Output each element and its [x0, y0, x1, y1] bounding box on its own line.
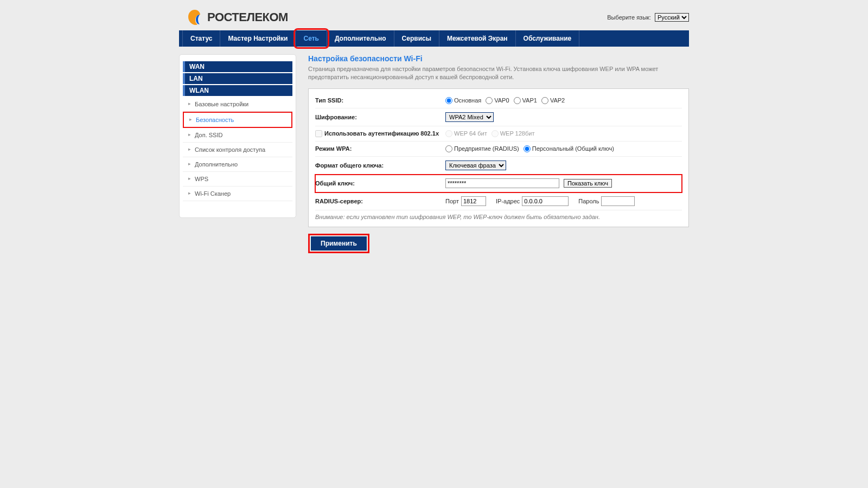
- row-ssid-type: Тип SSID: Основная VAP0 VAP1 VAP2: [315, 93, 682, 108]
- ssid-vap0-radio[interactable]: [486, 97, 493, 104]
- settings-panel: Тип SSID: Основная VAP0 VAP1 VAP2 Шифров…: [308, 88, 689, 227]
- psk-label: Общий ключ:: [315, 180, 445, 187]
- sidebar-acl[interactable]: Список контроля доступа: [183, 143, 292, 157]
- wpa-enterprise-radio[interactable]: [445, 145, 452, 152]
- page-description: Страница предназначена для настройки пар…: [308, 65, 689, 82]
- row-psk-format: Формат общего ключа: Ключевая фраза: [315, 157, 682, 175]
- brand-logo: РОСТЕЛЕКОМ: [186, 8, 288, 27]
- nav-network[interactable]: Сеть: [296, 30, 327, 47]
- ssid-vap1-radio[interactable]: [514, 97, 521, 104]
- wep128-radio: [492, 130, 499, 137]
- nav-advanced[interactable]: Дополнительно: [327, 30, 394, 47]
- ssid-main-radio[interactable]: [445, 97, 452, 104]
- wep64-radio: [445, 130, 452, 137]
- nav-status[interactable]: Статус: [182, 30, 220, 47]
- radius-ip-input[interactable]: [522, 196, 569, 206]
- ssid-main-option[interactable]: Основная: [445, 97, 481, 104]
- radius-port-label: Порт: [445, 198, 459, 204]
- radius-label: RADIUS-сервер:: [315, 198, 445, 204]
- highlight-apply: Применить: [308, 234, 369, 253]
- sidebar-wlan[interactable]: WLAN: [183, 85, 292, 96]
- ssid-type-label: Тип SSID:: [315, 97, 445, 104]
- psk-input[interactable]: [445, 178, 559, 188]
- use-8021x-label: Использовать аутентификацию 802.1x: [324, 130, 439, 137]
- psk-format-select[interactable]: Ключевая фраза: [445, 160, 506, 170]
- radius-ip-label: IP-адрес: [496, 198, 520, 204]
- language-selector: Выберите язык: Русский: [607, 13, 689, 22]
- sidebar-wan[interactable]: WAN: [183, 61, 292, 72]
- sidebar-wps[interactable]: WPS: [183, 172, 292, 187]
- psk-format-label: Формат общего ключа:: [315, 162, 445, 169]
- radius-pass-label: Пароль: [578, 198, 599, 204]
- row-wpa-mode: Режим WPA: Предприятие (RADIUS) Персонал…: [315, 142, 682, 157]
- wpa-personal-radio[interactable]: [524, 145, 531, 152]
- use-8021x-checkbox: [315, 130, 322, 137]
- row-8021x: Использовать аутентификацию 802.1x WEP 6…: [315, 126, 682, 142]
- language-label: Выберите язык:: [607, 14, 651, 21]
- nav-firewall[interactable]: Межсетевой Экран: [439, 30, 516, 47]
- radius-pass-input[interactable]: [601, 196, 635, 206]
- row-encryption: Шифрование: WPA2 Mixed: [315, 108, 682, 126]
- row-psk-key: Общий ключ: Показать ключ: [315, 175, 682, 192]
- main-nav: Статус Мастер Настройки Сеть Дополнитель…: [179, 30, 689, 47]
- apply-button[interactable]: Применить: [311, 236, 367, 251]
- nav-maintenance[interactable]: Обслуживание: [516, 30, 580, 47]
- radius-port-input[interactable]: [461, 196, 486, 206]
- brand-text: РОСТЕЛЕКОМ: [207, 10, 288, 24]
- nav-services[interactable]: Сервисы: [394, 30, 439, 47]
- sidebar-scanner[interactable]: Wi-Fi Сканер: [183, 187, 292, 201]
- row-radius: RADIUS-сервер: Порт IP-адрес Пароль: [315, 192, 682, 210]
- ssid-vap2-radio[interactable]: [541, 97, 548, 104]
- ssid-vap2-option[interactable]: VAP2: [541, 97, 565, 104]
- wep64-option: WEP 64 бит: [445, 130, 487, 137]
- wep-note: Внимание: если установлен тип шифрования…: [315, 210, 682, 221]
- wpa-mode-label: Режим WPA:: [315, 145, 445, 152]
- language-select[interactable]: Русский: [655, 13, 689, 22]
- ssid-vap1-option[interactable]: VAP1: [514, 97, 537, 104]
- ssid-vap0-option[interactable]: VAP0: [486, 97, 509, 104]
- sidebar-lan[interactable]: LAN: [183, 73, 292, 84]
- sidebar-advanced[interactable]: Дополнительно: [183, 157, 292, 172]
- page-title: Настройка безопасности Wi-Fi: [308, 54, 689, 63]
- encryption-label: Шифрование:: [315, 114, 445, 120]
- nav-wizard[interactable]: Мастер Настройки: [220, 30, 296, 47]
- sidebar-security[interactable]: Безопасность: [183, 112, 292, 128]
- sidebar-mssid[interactable]: Доп. SSID: [183, 128, 292, 143]
- encryption-select[interactable]: WPA2 Mixed: [445, 112, 494, 122]
- wpa-enterprise-option[interactable]: Предприятие (RADIUS): [445, 145, 519, 152]
- wpa-personal-option[interactable]: Персональный (Общий ключ): [524, 145, 614, 152]
- sidebar-basic[interactable]: Базовые настройки: [183, 97, 292, 112]
- logo-icon: [186, 8, 204, 27]
- sidebar: WAN LAN WLAN Базовые настройки Безопасно…: [179, 54, 296, 218]
- show-key-button[interactable]: Показать ключ: [564, 179, 612, 188]
- wep128-option: WEP 128бит: [492, 130, 535, 137]
